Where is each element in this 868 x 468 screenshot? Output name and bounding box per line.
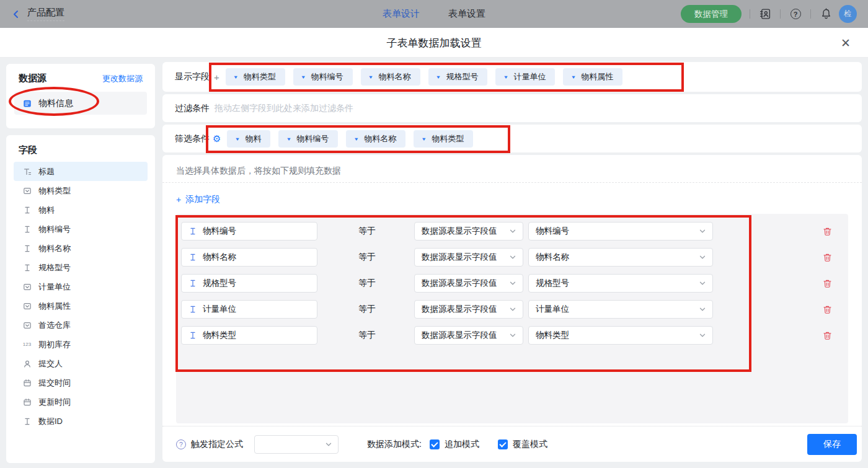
text-field-icon bbox=[22, 417, 32, 426]
field-tag[interactable]: ▼物料类型 bbox=[226, 68, 285, 86]
dropdown-value: 数据源表显示字段值 bbox=[422, 304, 497, 315]
field-tag[interactable]: ▼物料属性 bbox=[563, 68, 622, 86]
add-display-field-icon[interactable]: + bbox=[214, 72, 219, 82]
field-item[interactable]: 首选仓库 bbox=[14, 316, 148, 335]
contacts-icon[interactable] bbox=[758, 7, 772, 21]
field-tag[interactable]: ▼规格型号 bbox=[428, 68, 488, 86]
overwrite-mode-checkbox[interactable] bbox=[498, 439, 508, 449]
delete-rule-icon[interactable] bbox=[823, 227, 832, 236]
gear-icon[interactable]: ⚙ bbox=[213, 134, 221, 143]
fill-rules-card: 当选择具体数据后，将按如下规则填充数据 + 添加字段 物料编号 等于 数据源表显… bbox=[162, 155, 862, 462]
field-label: 物料 bbox=[38, 205, 55, 216]
divider bbox=[810, 9, 811, 19]
chevron-down-icon bbox=[699, 306, 706, 313]
field-item[interactable]: 物料类型 bbox=[14, 181, 148, 200]
add-field-button[interactable]: + 添加字段 bbox=[176, 194, 220, 205]
field-item[interactable]: 数据ID bbox=[14, 412, 148, 431]
divider bbox=[750, 9, 750, 19]
target-field-input[interactable]: 计量单位 bbox=[181, 300, 317, 319]
dashed-divider bbox=[162, 182, 862, 183]
dropdown-value: 数据源表显示字段值 bbox=[422, 278, 497, 289]
user-avatar[interactable]: 检 bbox=[839, 5, 857, 23]
help-icon[interactable]: ? bbox=[789, 7, 802, 21]
datasource-item[interactable]: 物料信息 bbox=[14, 92, 147, 115]
select-field-icon bbox=[22, 321, 32, 330]
title-field-icon bbox=[22, 167, 32, 176]
field-label: 提交人 bbox=[38, 358, 63, 369]
append-mode-checkbox[interactable] bbox=[430, 439, 440, 449]
delete-rule-icon[interactable] bbox=[823, 279, 832, 288]
source-type-dropdown[interactable]: 数据源表显示字段值 bbox=[414, 274, 523, 293]
source-field-dropdown[interactable]: 规格型号 bbox=[528, 274, 713, 293]
chevron-down-icon bbox=[509, 227, 516, 235]
source-field-dropdown[interactable]: 物料类型 bbox=[528, 326, 713, 345]
screening-condition-row: 筛选条件 ⚙ ▼物料 ▼物料编号 ▼物料名称 ▼物料类型 bbox=[162, 125, 862, 152]
field-item[interactable]: 物料编号 bbox=[14, 219, 148, 239]
source-type-dropdown[interactable]: 数据源表显示字段值 bbox=[414, 248, 523, 267]
close-icon[interactable]: ✕ bbox=[838, 35, 853, 50]
notification-bell-icon[interactable] bbox=[819, 7, 833, 21]
tab-form-settings[interactable]: 表单设置 bbox=[448, 8, 485, 20]
data-add-mode-label: 数据添加模式: bbox=[367, 439, 422, 450]
field-item[interactable]: 物料属性 bbox=[14, 296, 148, 316]
field-item[interactable]: 计量单位 bbox=[14, 277, 148, 296]
filter-condition-row[interactable]: 过滤条件 拖动左侧字段到此处来添加过滤条件 bbox=[162, 94, 862, 122]
field-tag[interactable]: ▼物料 bbox=[227, 130, 270, 148]
source-field-dropdown[interactable]: 计量单位 bbox=[528, 300, 713, 319]
field-tag[interactable]: ▼物料名称 bbox=[361, 68, 420, 86]
target-field-input[interactable]: 物料编号 bbox=[181, 222, 317, 241]
append-mode-label: 追加模式 bbox=[445, 439, 479, 450]
chevron-down-icon bbox=[699, 254, 706, 261]
chevron-down-icon bbox=[509, 306, 516, 313]
field-tag[interactable]: ▼计量单位 bbox=[495, 68, 555, 86]
field-item[interactable]: 更新时间 bbox=[14, 392, 148, 412]
select-field-icon bbox=[22, 283, 32, 291]
source-field-dropdown[interactable]: 物料编号 bbox=[528, 222, 713, 241]
fields-title: 字段 bbox=[6, 135, 155, 162]
field-label: 首选仓库 bbox=[38, 320, 71, 331]
dropdown-value: 物料类型 bbox=[536, 330, 569, 341]
tab-form-design[interactable]: 表单设计 bbox=[383, 8, 420, 20]
save-button[interactable]: 保存 bbox=[807, 434, 857, 455]
target-field-input[interactable]: 规格型号 bbox=[181, 274, 317, 293]
field-tag[interactable]: ▼物料编号 bbox=[278, 130, 338, 148]
field-tag[interactable]: ▼物料编号 bbox=[293, 68, 353, 86]
text-field-icon bbox=[22, 263, 32, 272]
source-type-dropdown[interactable]: 数据源表显示字段值 bbox=[414, 300, 523, 319]
help-circle-icon[interactable]: ? bbox=[176, 439, 186, 449]
text-field-icon bbox=[188, 227, 197, 236]
field-item[interactable]: 提交时间 bbox=[14, 373, 148, 392]
dropdown-value: 数据源表显示字段值 bbox=[422, 252, 497, 263]
delete-rule-icon[interactable] bbox=[823, 331, 832, 340]
date-field-icon bbox=[22, 398, 32, 407]
text-field-icon bbox=[22, 206, 32, 214]
field-item-title[interactable]: 标题 bbox=[14, 162, 148, 181]
source-field-dropdown[interactable]: 物料名称 bbox=[528, 248, 713, 267]
filter-drop-placeholder: 拖动左侧字段到此处来添加过滤条件 bbox=[215, 103, 353, 114]
equals-label: 等于 bbox=[358, 278, 376, 289]
source-type-dropdown[interactable]: 数据源表显示字段值 bbox=[414, 326, 523, 345]
field-value: 物料编号 bbox=[203, 226, 236, 237]
data-manage-button[interactable]: 数据管理 bbox=[681, 5, 742, 23]
equals-label: 等于 bbox=[358, 304, 376, 315]
screening-condition-label: 筛选条件 ⚙ bbox=[175, 133, 221, 144]
field-item[interactable]: 物料 bbox=[14, 200, 148, 219]
caret-down-icon: ▼ bbox=[570, 74, 576, 80]
source-type-dropdown[interactable]: 数据源表显示字段值 bbox=[414, 222, 523, 241]
change-datasource-link[interactable]: 更改数据源 bbox=[102, 73, 143, 84]
modal-header: 子表单数据加载设置 ✕ bbox=[0, 28, 868, 58]
field-tag[interactable]: ▼物料名称 bbox=[346, 130, 405, 148]
chevron-down-icon bbox=[509, 254, 516, 261]
field-item[interactable]: 123 期初库存 bbox=[14, 335, 148, 354]
topbar-actions: 数据管理 ? 检 bbox=[681, 5, 857, 23]
target-field-input[interactable]: 物料名称 bbox=[181, 248, 317, 267]
field-item[interactable]: 规格型号 bbox=[14, 258, 148, 277]
field-item[interactable]: 提交人 bbox=[14, 354, 148, 373]
display-fields-row: 显示字段 + ▼物料类型 ▼物料编号 ▼物料名称 ▼规格型号 ▼计量单位 ▼物料… bbox=[162, 62, 862, 92]
delete-rule-icon[interactable] bbox=[823, 253, 832, 262]
formula-select[interactable] bbox=[254, 435, 339, 454]
target-field-input[interactable]: 物料类型 bbox=[181, 326, 317, 345]
field-tag[interactable]: ▼物料类型 bbox=[414, 130, 473, 148]
delete-rule-icon[interactable] bbox=[823, 305, 832, 314]
field-item[interactable]: 物料名称 bbox=[14, 239, 148, 258]
